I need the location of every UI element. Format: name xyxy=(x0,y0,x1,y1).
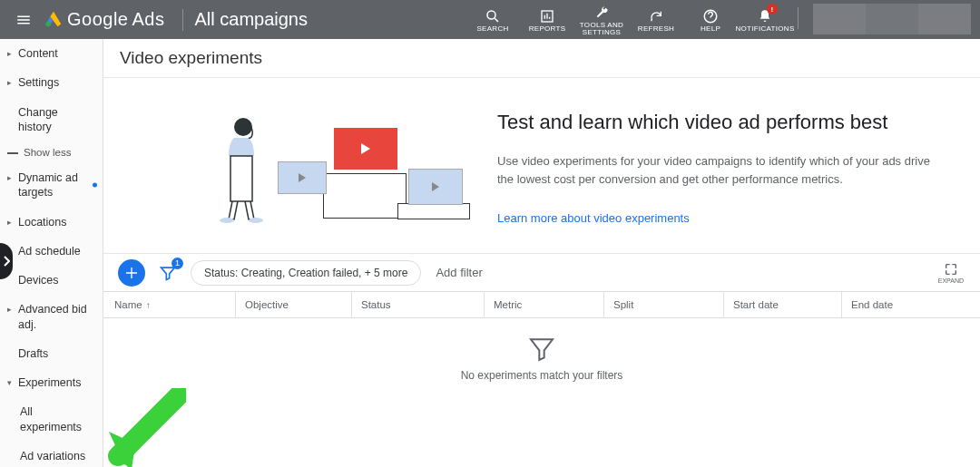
notification-badge: ! xyxy=(767,4,778,15)
funnel-icon xyxy=(527,335,556,364)
main-content: Video experiments Tes xyxy=(103,39,980,467)
svg-rect-5 xyxy=(230,156,252,201)
scope-breadcrumb[interactable]: All campaigns xyxy=(194,9,308,30)
svg-point-4 xyxy=(234,118,252,136)
learn-more-link[interactable]: Learn more about video experiments xyxy=(497,211,690,225)
col-end-date[interactable]: End date xyxy=(842,292,980,317)
plus-icon xyxy=(124,266,139,280)
sidebar-item-ad-schedule[interactable]: ▸Ad schedule xyxy=(0,237,103,266)
hero-illustration xyxy=(198,105,479,223)
sidebar-show-less[interactable]: Show less xyxy=(0,141,103,163)
table-toolbar: 1 Status: Creating, Creation failed, + 5… xyxy=(103,253,980,291)
google-ads-logo[interactable]: Google Ads xyxy=(44,9,164,31)
divider xyxy=(182,9,183,31)
sidebar-item-ad-variations[interactable]: Ad variations xyxy=(0,442,103,467)
page-title: Video experiments xyxy=(103,39,980,78)
refresh-tool[interactable]: REFRESH xyxy=(629,0,683,39)
expand-icon xyxy=(944,262,958,277)
col-status[interactable]: Status xyxy=(352,292,485,317)
empty-state: No experiments match your filters xyxy=(103,318,980,382)
sidebar-item-change-history[interactable]: Change history xyxy=(0,98,103,142)
reports-icon xyxy=(538,7,556,25)
sidebar-item-drafts[interactable]: Drafts xyxy=(0,339,103,368)
sidebar: ▸Content ▸Settings Change history Show l… xyxy=(0,39,103,467)
sidebar-item-experiments[interactable]: ▾Experiments xyxy=(0,368,103,397)
add-filter-button[interactable]: Add filter xyxy=(436,266,482,279)
col-split[interactable]: Split xyxy=(604,292,724,317)
search-tool[interactable]: SEARCH xyxy=(466,0,520,39)
hero-section: Test and learn which video ad performs b… xyxy=(103,78,980,253)
sidebar-item-dynamic-ad-targets[interactable]: ▸Dynamic ad targets xyxy=(0,163,103,208)
svg-point-7 xyxy=(249,218,263,223)
filter-count-badge: 1 xyxy=(172,258,183,269)
empty-state-text: No experiments match your filters xyxy=(461,369,623,382)
svg-point-6 xyxy=(220,218,234,223)
col-start-date[interactable]: Start date xyxy=(724,292,842,317)
col-name[interactable]: Name↑ xyxy=(103,292,236,317)
sidebar-item-locations[interactable]: ▸Locations xyxy=(0,208,103,237)
hero-title: Test and learn which video ad performs b… xyxy=(497,111,958,134)
table-header: Name↑ Objective Status Metric Split Star… xyxy=(103,291,980,318)
chevron-right-icon xyxy=(3,256,10,267)
col-metric[interactable]: Metric xyxy=(485,292,604,317)
search-icon xyxy=(484,7,502,25)
add-button[interactable] xyxy=(118,259,145,287)
notifications-tool[interactable]: ! NOTIFICATIONS xyxy=(738,0,792,39)
sidebar-item-content[interactable]: ▸Content xyxy=(0,39,103,68)
hamburger-menu-icon[interactable] xyxy=(15,11,33,29)
reports-tool[interactable]: REPORTS xyxy=(520,0,574,39)
wrench-icon xyxy=(593,4,611,22)
svg-point-0 xyxy=(45,21,51,26)
refresh-icon xyxy=(647,7,665,25)
logo-text-ads: Ads xyxy=(132,9,165,30)
header-tools: SEARCH REPORTS TOOLS AND SETTINGS REFRES… xyxy=(466,0,971,39)
logo-text-google: Google xyxy=(67,9,129,30)
account-switcher[interactable] xyxy=(813,4,971,34)
filter-button[interactable]: 1 xyxy=(154,259,181,287)
status-filter-chip[interactable]: Status: Creating, Creation failed, + 5 m… xyxy=(191,260,421,286)
sidebar-item-settings[interactable]: ▸Settings xyxy=(0,68,103,97)
sidebar-item-devices[interactable]: Devices xyxy=(0,266,103,295)
expand-button[interactable]: EXPAND xyxy=(938,262,967,284)
hero-description: Use video experiments for your video cam… xyxy=(497,152,933,188)
help-tool[interactable]: HELP xyxy=(683,0,738,39)
help-icon xyxy=(701,7,720,25)
top-header: Google Ads All campaigns SEARCH REPORTS … xyxy=(0,0,980,39)
tools-settings-tool[interactable]: TOOLS AND SETTINGS xyxy=(574,0,629,39)
sort-asc-icon: ↑ xyxy=(146,300,151,310)
col-objective[interactable]: Objective xyxy=(236,292,352,317)
divider xyxy=(798,7,799,29)
sidebar-item-advanced-bid[interactable]: ▸Advanced bid adj. xyxy=(0,295,103,339)
svg-point-1 xyxy=(487,11,495,19)
sidebar-item-all-experiments[interactable]: All experiments xyxy=(0,397,103,442)
